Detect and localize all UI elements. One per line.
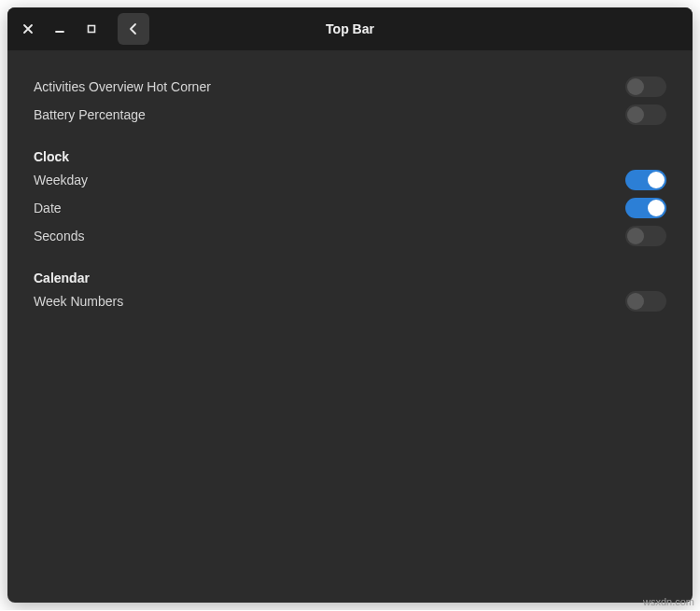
toggle-knob <box>648 200 665 216</box>
row-battery-percentage: Battery Percentage <box>34 101 666 129</box>
row-date: Date <box>34 194 666 222</box>
row-activities-hot-corner: Activities Overview Hot Corner <box>34 73 666 101</box>
toggle-date[interactable] <box>625 198 666 218</box>
toggle-battery-percentage[interactable] <box>625 104 666 125</box>
close-button[interactable] <box>19 20 37 38</box>
watermark: wsxdn.com <box>643 596 694 607</box>
row-seconds: Seconds <box>34 222 666 250</box>
maximize-button[interactable] <box>82 20 101 38</box>
toggle-weekday[interactable] <box>625 170 666 190</box>
row-label: Seconds <box>34 229 84 243</box>
toggle-activities-hot-corner[interactable] <box>625 76 666 97</box>
maximize-icon <box>86 23 97 35</box>
row-label: Date <box>34 201 62 215</box>
close-icon <box>22 23 34 35</box>
settings-window: Top Bar Activities Overview Hot Corner B… <box>7 7 693 603</box>
row-week-numbers: Week Numbers <box>34 287 666 315</box>
toggle-knob <box>648 172 665 188</box>
row-label: Battery Percentage <box>34 107 146 122</box>
svg-rect-0 <box>89 26 95 33</box>
window-title: Top Bar <box>326 21 374 36</box>
row-label: Week Numbers <box>34 294 123 309</box>
minimize-button[interactable] <box>50 20 69 38</box>
section-header-calendar: Calendar <box>34 271 666 285</box>
row-weekday: Weekday <box>34 166 666 194</box>
toggle-knob <box>627 228 644 244</box>
settings-content: Activities Overview Hot Corner Battery P… <box>7 50 693 603</box>
toggle-seconds[interactable] <box>625 226 666 246</box>
row-label: Activities Overview Hot Corner <box>34 79 211 94</box>
titlebar: Top Bar <box>7 7 693 50</box>
toggle-knob <box>627 293 644 310</box>
minimize-icon <box>54 23 65 35</box>
window-controls <box>15 20 101 38</box>
section-header-clock: Clock <box>34 149 666 164</box>
row-label: Weekday <box>34 173 88 187</box>
toggle-knob <box>627 106 644 123</box>
toggle-week-numbers[interactable] <box>625 291 666 312</box>
chevron-left-icon <box>127 22 140 35</box>
toggle-knob <box>627 78 644 95</box>
back-button[interactable] <box>118 13 149 45</box>
